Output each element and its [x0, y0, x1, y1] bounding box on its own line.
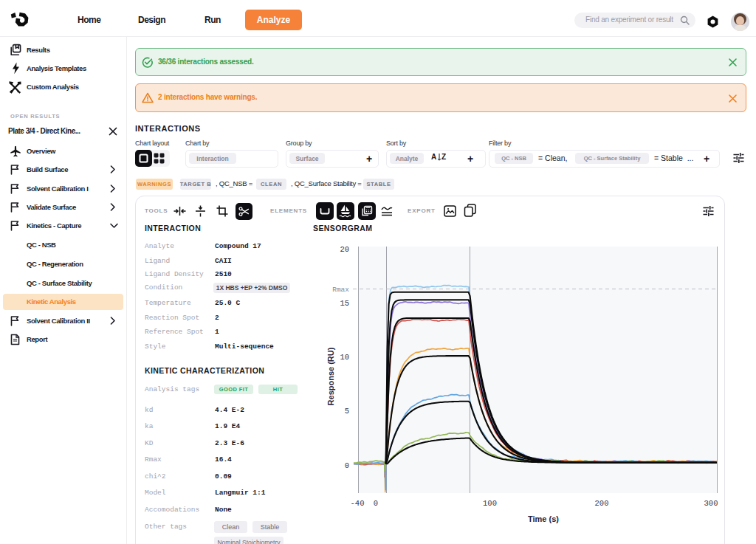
svg-text:15: 15	[340, 299, 349, 308]
svg-text:5: 5	[345, 407, 349, 416]
svg-text:Response (RU): Response (RU)	[326, 347, 335, 405]
svg-text:Time (s): Time (s)	[528, 514, 559, 523]
svg-text:-40: -40	[351, 499, 365, 508]
svg-text:0: 0	[374, 499, 378, 508]
svg-text:200: 200	[595, 499, 609, 508]
svg-text:0: 0	[345, 461, 349, 470]
svg-text:100: 100	[483, 499, 497, 508]
svg-text:20: 20	[340, 245, 349, 254]
svg-text:10: 10	[340, 353, 349, 362]
svg-text:Rmax: Rmax	[332, 286, 349, 294]
svg-text:300: 300	[704, 499, 718, 508]
